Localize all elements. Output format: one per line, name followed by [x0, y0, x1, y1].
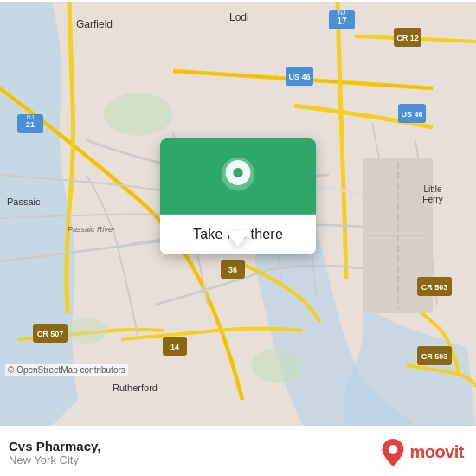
- svg-text:Garfield: Garfield: [76, 18, 113, 30]
- moovit-pin-icon: [381, 439, 405, 466]
- moovit-text: moovit: [409, 442, 464, 462]
- svg-text:US 46: US 46: [288, 73, 310, 81]
- copyright-text: © OpenStreetMap contributors: [5, 364, 128, 376]
- popup-pointer: [226, 231, 250, 247]
- svg-point-4: [104, 93, 173, 136]
- moovit-logo: moovit: [381, 439, 464, 466]
- app-container: 17 NJ CR 12 US 46 US 46 21 NJ CR 507 14 …: [0, 0, 476, 476]
- svg-text:Lodi: Lodi: [229, 11, 249, 23]
- svg-text:21: 21: [26, 120, 35, 129]
- svg-text:US 46: US 46: [401, 110, 422, 119]
- svg-text:Little: Little: [423, 184, 442, 194]
- bottom-left: Cvs Pharmacy, New York City: [9, 439, 100, 466]
- svg-point-39: [389, 445, 398, 454]
- svg-text:36: 36: [228, 266, 237, 274]
- map-container[interactable]: 17 NJ CR 12 US 46 US 46 21 NJ CR 507 14 …: [0, 0, 476, 428]
- svg-text:Passaic River: Passaic River: [68, 225, 116, 234]
- svg-text:CR 12: CR 12: [396, 34, 419, 42]
- bottom-bar: Cvs Pharmacy, New York City moovit: [0, 428, 476, 476]
- place-city: New York City: [9, 453, 100, 466]
- svg-point-38: [233, 168, 242, 177]
- svg-text:NJ: NJ: [27, 114, 35, 120]
- svg-point-6: [65, 318, 108, 344]
- svg-text:Ferry: Ferry: [422, 195, 442, 204]
- location-pin-icon: [217, 158, 259, 199]
- svg-text:Passaic: Passaic: [7, 196, 41, 207]
- svg-text:CR 503: CR 503: [421, 283, 448, 292]
- svg-text:CR 503: CR 503: [421, 352, 448, 361]
- svg-text:Rutherford: Rutherford: [113, 383, 158, 393]
- svg-text:CR 507: CR 507: [37, 330, 64, 338]
- place-name: Cvs Pharmacy,: [9, 439, 100, 453]
- svg-point-5: [251, 348, 303, 383]
- svg-text:17: 17: [337, 16, 347, 26]
- popup-green-section: [160, 138, 316, 215]
- svg-text:NJ: NJ: [338, 10, 346, 16]
- svg-text:14: 14: [170, 343, 179, 351]
